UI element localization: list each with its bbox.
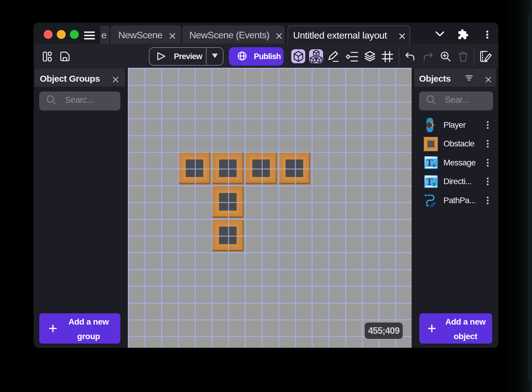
svg-text:x: x [432, 181, 435, 187]
svg-text:T: T [426, 176, 433, 187]
svg-text:T: T [426, 157, 433, 168]
svg-text:x: x [432, 162, 435, 168]
